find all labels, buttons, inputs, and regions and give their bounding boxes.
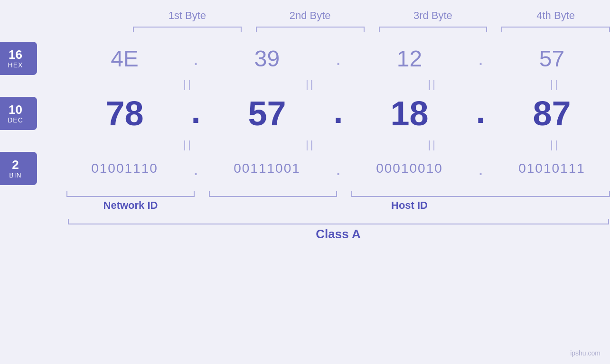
bin-dot-2: . — [331, 158, 346, 179]
host-bracket-container — [209, 191, 610, 197]
hex-dot-3: . — [474, 48, 488, 69]
host-id-label: Host ID — [209, 199, 610, 212]
bin-row: 2 BIN 01001110 . 00111001 . 00010010 . 0… — [0, 152, 610, 185]
eq-5: || — [133, 139, 243, 151]
hex-values: 4E . 39 . 12 . 57 — [61, 46, 610, 72]
main-container: 1st Byte 2nd Byte 3rd Byte 4th Byte 16 H… — [0, 0, 610, 364]
class-a-label: Class A — [68, 227, 609, 242]
byte-header-3: 3rd Byte — [379, 9, 488, 22]
host-bracket-part2 — [351, 191, 610, 197]
host-bracket-part1 — [209, 191, 337, 197]
bin-byte-1: 01001110 — [61, 161, 189, 176]
dec-byte-4: 87 — [488, 94, 610, 133]
byte-header-2: 2nd Byte — [256, 9, 365, 22]
eq-4: || — [500, 78, 610, 91]
bin-values: 01001110 . 00111001 . 00010010 . 0101011… — [61, 158, 610, 179]
bin-badge-number: 2 — [12, 158, 19, 172]
bracket-3 — [379, 27, 488, 32]
dec-dot-3: . — [474, 92, 488, 131]
bracket-4 — [501, 27, 610, 32]
dec-byte-3: 18 — [346, 94, 474, 133]
hex-dot-2: . — [331, 48, 346, 69]
bracket-1 — [133, 27, 242, 32]
dec-byte-2: 57 — [203, 94, 331, 133]
dec-badge-base: DEC — [8, 116, 23, 124]
eq-1: || — [133, 78, 243, 91]
eq-7: || — [377, 139, 488, 151]
byte-header-4: 4th Byte — [501, 9, 610, 22]
top-brackets — [0, 27, 610, 32]
eq-6: || — [255, 139, 366, 151]
hex-byte-2: 39 — [203, 46, 331, 72]
bracket-2 — [256, 27, 365, 32]
dec-row: 10 DEC 78 . 57 . 18 . 87 — [0, 92, 610, 135]
hex-badge: 16 HEX — [0, 42, 37, 75]
equals-row-1: || || || || — [0, 78, 610, 91]
byte-header-1: 1st Byte — [133, 9, 242, 22]
dec-byte-1: 78 — [61, 94, 189, 133]
dec-badge: 10 DEC — [0, 97, 37, 130]
hex-dot-1: . — [189, 48, 203, 69]
eq-3: || — [377, 78, 488, 91]
bin-byte-2: 00111001 — [203, 161, 331, 176]
byte-headers: 1st Byte 2nd Byte 3rd Byte 4th Byte — [0, 9, 610, 22]
dec-badge-number: 10 — [9, 103, 22, 117]
eq-8: || — [500, 139, 610, 151]
equals-row-2: || || || || — [0, 139, 610, 151]
hex-row: 16 HEX 4E . 39 . 12 . 57 — [0, 42, 610, 75]
network-bracket — [66, 191, 195, 197]
class-a-bracket — [68, 219, 609, 224]
hex-badge-base: HEX — [8, 61, 23, 69]
hex-byte-3: 12 — [346, 46, 474, 72]
hex-badge-number: 16 — [9, 48, 22, 62]
bin-badge-base: BIN — [9, 171, 21, 179]
bin-dot-3: . — [474, 158, 488, 179]
hex-byte-4: 57 — [488, 46, 610, 72]
hex-byte-1: 4E — [61, 46, 189, 72]
bin-byte-4: 01010111 — [488, 161, 610, 176]
bin-dot-1: . — [189, 158, 203, 179]
dec-dot-2: . — [331, 92, 346, 131]
eq-2: || — [255, 78, 366, 91]
bin-badge: 2 BIN — [0, 152, 37, 185]
bin-byte-3: 00010010 — [346, 161, 474, 176]
dec-dot-1: . — [189, 92, 203, 131]
dec-values: 78 . 57 . 18 . 87 — [61, 92, 610, 135]
network-id-label: Network ID — [66, 199, 195, 212]
watermark: ipshu.com — [570, 349, 601, 357]
